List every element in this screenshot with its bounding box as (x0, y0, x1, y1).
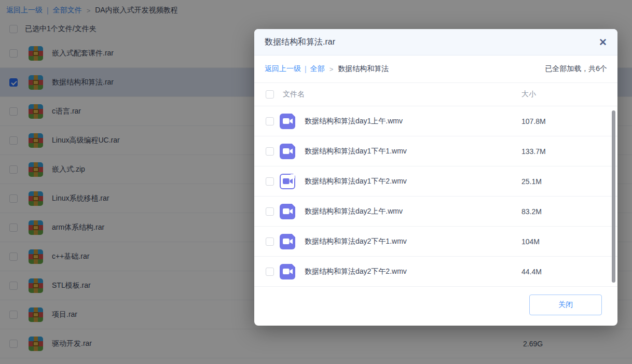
modal-current-folder-label: 数据结构和算法 (338, 64, 389, 74)
modal-back-link[interactable]: 返回上一级 (265, 64, 301, 74)
file-size: 133.7M (521, 147, 546, 156)
archive-file-row[interactable]: 数据结构和算法day2上午.wmv 83.2M (254, 197, 617, 227)
row-checkbox[interactable] (266, 147, 274, 156)
archive-file-row[interactable]: 数据结构和算法day1下午2.wmv 25.1M (254, 166, 617, 197)
modal-table-header: 文件名 大小 (254, 83, 617, 106)
archive-file-row[interactable]: 数据结构和算法day2下午2.wmv 44.4M (254, 257, 617, 287)
close-button[interactable]: 关闭 (529, 295, 602, 315)
file-name[interactable]: 数据结构和算法day2下午1.wmv (305, 237, 407, 246)
load-status-label: 已全部加载，共6个 (545, 64, 607, 74)
archive-preview-modal: 数据结构和算法.rar ✕ 返回上一级 | 全部 > 数据结构和算法 已全部加载… (254, 29, 617, 326)
modal-footer: 关闭 (254, 287, 617, 326)
file-name[interactable]: 数据结构和算法day2上午.wmv (305, 207, 403, 216)
modal-scrollbar-thumb[interactable] (612, 110, 615, 283)
modal-breadcrumb: 返回上一级 | 全部 > 数据结构和算法 (265, 64, 389, 74)
column-header-filename: 文件名 (283, 90, 305, 99)
chevron-right-icon: > (329, 65, 334, 73)
file-size: 104M (521, 237, 540, 246)
archive-file-row[interactable]: 数据结构和算法day2下午1.wmv 104M (254, 227, 617, 257)
video-file-icon (280, 114, 295, 129)
close-icon[interactable]: ✕ (599, 37, 607, 47)
archive-file-list: 数据结构和算法day1上午.wmv 107.8M 数据结构和算法day1下午1.… (254, 106, 617, 287)
column-header-size: 大小 (521, 90, 536, 99)
archive-file-row[interactable]: 数据结构和算法day1下午1.wmv 133.7M (254, 136, 617, 166)
row-checkbox[interactable] (266, 237, 274, 246)
modal-header: 数据结构和算法.rar ✕ (254, 29, 617, 55)
breadcrumb-separator: | (305, 65, 307, 73)
video-file-icon (280, 144, 295, 159)
file-name[interactable]: 数据结构和算法day1上午.wmv (305, 117, 403, 126)
video-file-icon (280, 234, 295, 249)
row-checkbox[interactable] (266, 117, 274, 125)
modal-select-all-checkbox[interactable] (266, 90, 274, 99)
video-file-icon (280, 264, 295, 279)
file-name[interactable]: 数据结构和算法day1下午2.wmv (305, 177, 407, 186)
file-size: 83.2M (521, 207, 542, 216)
modal-all-link[interactable]: 全部 (310, 64, 325, 74)
file-name[interactable]: 数据结构和算法day2下午2.wmv (305, 267, 407, 276)
file-size: 107.8M (521, 117, 546, 125)
file-size: 25.1M (521, 177, 542, 186)
video-file-icon (280, 174, 295, 189)
archive-file-row[interactable]: 数据结构和算法day1上午.wmv 107.8M (254, 106, 617, 136)
file-name[interactable]: 数据结构和算法day1下午1.wmv (305, 147, 407, 156)
video-file-icon (280, 204, 295, 219)
file-size: 44.4M (521, 268, 542, 276)
row-checkbox[interactable] (266, 207, 274, 216)
modal-title: 数据结构和算法.rar (265, 37, 335, 48)
row-checkbox[interactable] (266, 177, 274, 186)
row-checkbox[interactable] (266, 268, 274, 276)
modal-breadcrumb-bar: 返回上一级 | 全部 > 数据结构和算法 已全部加载，共6个 (254, 55, 617, 83)
